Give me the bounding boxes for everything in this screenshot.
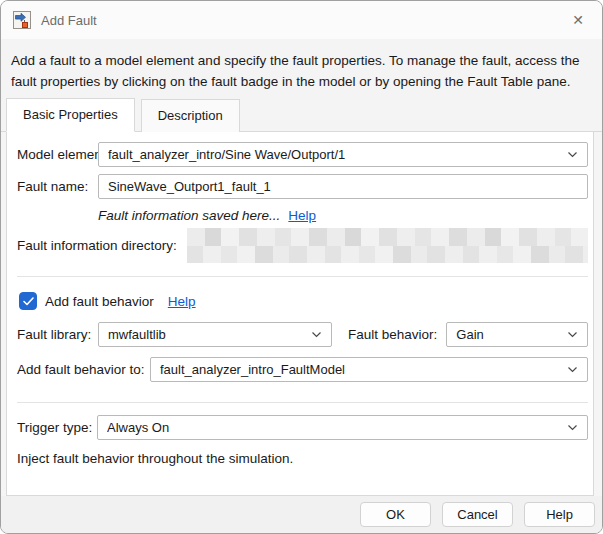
title-bar: Add Fault ✕: [1, 1, 602, 39]
fault-behavior-value: Gain: [456, 327, 483, 342]
fault-behavior-select[interactable]: Gain: [446, 322, 588, 347]
add-fault-behavior-to-value: fault_analyzer_intro_FaultModel: [160, 362, 345, 377]
fault-name-label: Fault name:: [12, 179, 98, 194]
trigger-type-select[interactable]: Always On: [97, 415, 588, 440]
trigger-description: Inject fault behavior throughout the sim…: [12, 451, 588, 466]
fault-library-value: mwfaultlib: [108, 327, 166, 342]
model-element-label: Model element:: [12, 147, 98, 162]
add-fault-behavior-to-row: Add fault behavior to: fault_analyzer_in…: [12, 357, 588, 382]
footer-bar: OK Cancel Help: [1, 496, 602, 533]
chevron-down-icon: [567, 366, 578, 373]
tab-basic-properties[interactable]: Basic Properties: [6, 98, 135, 132]
tab-bar: Basic Properties Description: [1, 96, 602, 132]
fault-info-note-row: Fault information saved here... Help: [98, 208, 588, 223]
intro-text: Add a fault to a model element and speci…: [1, 39, 602, 96]
fault-name-row: Fault name:: [12, 174, 588, 199]
trigger-type-row: Trigger type: Always On: [12, 415, 588, 440]
add-fault-dialog: Add Fault ✕ Add a fault to a model eleme…: [0, 0, 603, 534]
check-icon: [23, 297, 34, 306]
fault-badge-icon: [13, 11, 31, 29]
cancel-button[interactable]: Cancel: [442, 502, 513, 527]
fault-library-label: Fault library:: [12, 327, 98, 342]
trigger-type-label: Trigger type:: [12, 420, 97, 435]
window-title: Add Fault: [41, 13, 564, 28]
section-divider: [17, 276, 588, 277]
trigger-type-value: Always On: [107, 420, 169, 435]
close-icon[interactable]: ✕: [564, 7, 592, 33]
fault-info-help-link[interactable]: Help: [288, 208, 316, 223]
model-element-select[interactable]: fault_analyzer_intro/Sine Wave/Outport/1: [98, 142, 588, 167]
fault-name-input[interactable]: [98, 174, 588, 199]
chevron-down-icon: [567, 424, 578, 431]
chevron-down-icon: [567, 331, 578, 338]
ok-button[interactable]: OK: [360, 502, 431, 527]
add-fault-behavior-to-label: Add fault behavior to:: [12, 362, 150, 377]
fault-behavior-label: Fault behavior:: [348, 327, 437, 342]
add-fault-behavior-to-select[interactable]: fault_analyzer_intro_FaultModel: [150, 357, 588, 382]
fault-info-directory-value-redacted: [187, 228, 588, 263]
fault-library-row: Fault library: mwfaultlib Fault behavior…: [12, 322, 588, 347]
section-divider: [17, 402, 588, 403]
model-element-row: Model element: fault_analyzer_intro/Sine…: [12, 142, 588, 167]
fault-library-select[interactable]: mwfaultlib: [98, 322, 332, 347]
fault-info-note: Fault information saved here...: [98, 208, 280, 223]
chevron-down-icon: [311, 331, 322, 338]
add-fault-behavior-row: Add fault behavior Help: [12, 292, 588, 310]
add-fault-behavior-label: Add fault behavior: [45, 294, 154, 309]
model-element-value: fault_analyzer_intro/Sine Wave/Outport/1: [108, 147, 345, 162]
fault-info-directory-row: Fault information directory:: [12, 228, 588, 263]
add-fault-behavior-help-link[interactable]: Help: [168, 294, 196, 309]
help-button[interactable]: Help: [524, 502, 595, 527]
add-fault-behavior-checkbox[interactable]: [19, 292, 37, 310]
tab-description[interactable]: Description: [141, 99, 240, 132]
fault-info-directory-label: Fault information directory:: [12, 238, 177, 253]
chevron-down-icon: [567, 151, 578, 158]
basic-properties-panel: Model element: fault_analyzer_intro/Sine…: [6, 132, 594, 496]
